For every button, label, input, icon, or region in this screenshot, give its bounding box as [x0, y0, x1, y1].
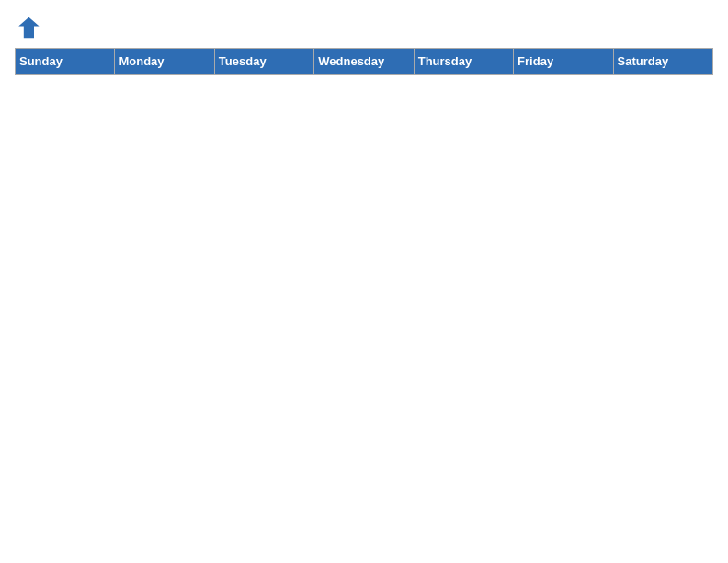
- day-header-monday: Monday: [115, 49, 214, 75]
- svg-marker-0: [18, 17, 39, 38]
- page-header: [15, 15, 713, 40]
- day-header-saturday: Saturday: [613, 49, 712, 75]
- logo-icon: [15, 15, 40, 40]
- logo: [15, 15, 44, 40]
- calendar-table: SundayMondayTuesdayWednesdayThursdayFrid…: [15, 48, 713, 75]
- day-header-tuesday: Tuesday: [214, 49, 313, 75]
- day-header-wednesday: Wednesday: [314, 49, 414, 75]
- day-header-thursday: Thursday: [414, 49, 513, 75]
- day-header-friday: Friday: [514, 49, 613, 75]
- day-header-sunday: Sunday: [16, 49, 115, 75]
